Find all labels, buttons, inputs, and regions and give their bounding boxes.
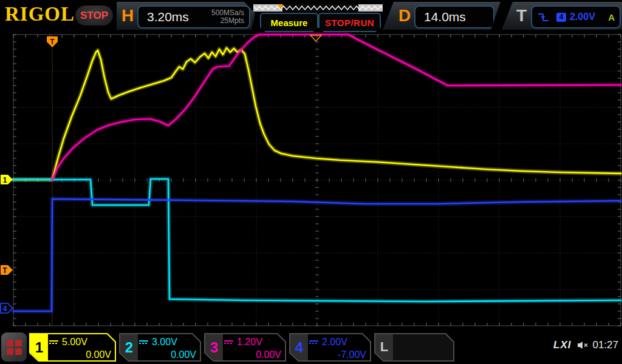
- channel-3-box[interactable]: 3 1.20V 0.00V: [204, 333, 286, 362]
- dc-coupling-icon: [49, 340, 58, 344]
- channel-4-scale: 2.00V: [322, 337, 347, 348]
- channel-4-offset: -7.00V: [309, 348, 366, 361]
- channel-3-scale: 1.20V: [237, 337, 262, 348]
- trace-ch1: [13, 48, 621, 180]
- channel-2-scale: 3.00V: [152, 337, 177, 348]
- marker-t[interactable]: T: [1, 265, 13, 275]
- clock: 01:27: [592, 339, 618, 351]
- dc-coupling-icon: [139, 340, 148, 344]
- channel-1-number: 1: [30, 339, 48, 356]
- menu-grid-icon: [7, 340, 22, 355]
- logic-channels-row1: 0 1 2 3 4 5 6 7: [396, 360, 451, 364]
- logic-label: L: [375, 339, 393, 355]
- channel-2-box[interactable]: 2 3.00V 0.00V: [119, 333, 201, 362]
- channel-1-box[interactable]: 1 5.00V 0.00V: [29, 333, 116, 362]
- channel-1-scale: 5.00V: [62, 337, 87, 348]
- dc-coupling-icon: [224, 340, 233, 344]
- waveform-display[interactable]: 1T4T: [0, 0, 622, 364]
- channel-3-offset: 0.00V: [224, 348, 281, 361]
- svg-text:T: T: [50, 38, 55, 46]
- svg-text:1: 1: [3, 176, 7, 184]
- marker-1[interactable]: 1: [1, 175, 13, 184]
- speaker-mute-icon: [577, 341, 589, 349]
- channel-2-number: 2: [120, 339, 138, 356]
- channel-2-offset: 0.00V: [139, 348, 196, 361]
- channel-4-number: 4: [290, 339, 308, 356]
- menu-button[interactable]: [1, 332, 27, 362]
- svg-text:4: 4: [3, 305, 7, 313]
- channel-3-number: 3: [205, 339, 223, 356]
- oscilloscope-screen: { "header": { "brand": "RIGOL", "run_sta…: [0, 0, 622, 364]
- dc-coupling-icon: [309, 340, 318, 344]
- bottom-status-bar: 1 5.00V 0.00V 2 3.00V 0.00V: [0, 331, 622, 364]
- marker-4[interactable]: 4: [1, 303, 13, 313]
- channel-4-box[interactable]: 4 2.00V -7.00V: [289, 333, 371, 362]
- trigger-time-marker[interactable]: T: [47, 36, 58, 47]
- lxi-logo: LXI: [553, 339, 571, 351]
- logic-analyzer-box[interactable]: L 0 1 2 3 4 5 6 7 8 9 1011 12131415: [374, 333, 454, 362]
- svg-text:T: T: [2, 266, 7, 275]
- channel-1-offset: 0.00V: [49, 348, 111, 361]
